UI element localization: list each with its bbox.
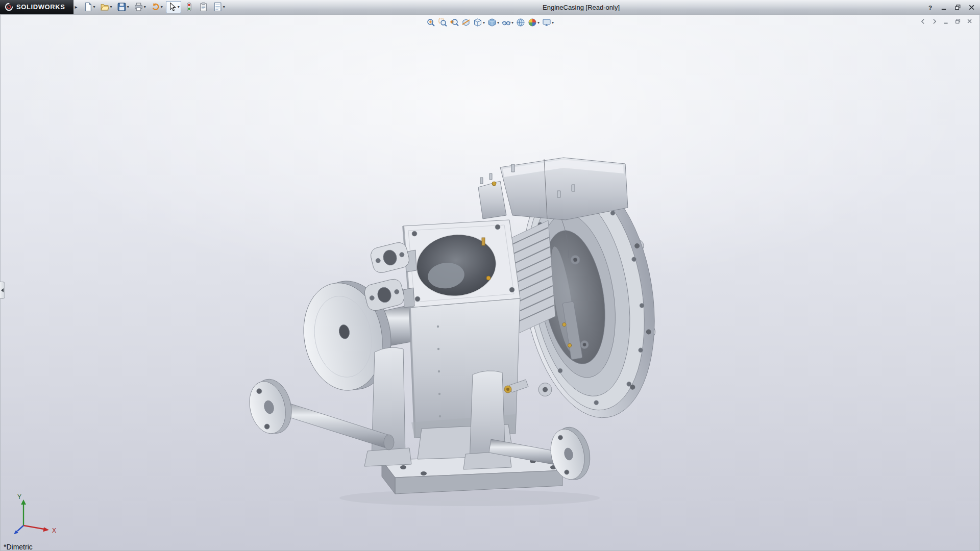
print-icon xyxy=(134,2,143,12)
view-orientation-icon xyxy=(473,18,482,27)
previous-view-button[interactable] xyxy=(449,17,459,28)
window-controls: ? xyxy=(925,0,976,14)
top-cover[interactable] xyxy=(478,158,628,220)
apply-scene-icon xyxy=(516,18,525,27)
help-icon: ? xyxy=(926,4,934,11)
hide-show-items-icon xyxy=(502,18,511,27)
view-orientation-dropdown[interactable]: ▾ xyxy=(483,20,485,25)
options-dropdown[interactable]: ▾ xyxy=(223,5,225,9)
file-properties-icon xyxy=(199,2,208,12)
section-view-icon xyxy=(461,18,471,27)
solidworks-logo: SOLIDWORKS xyxy=(0,0,74,14)
hide-show-items-dropdown[interactable]: ▾ xyxy=(511,20,513,25)
rebuild-icon xyxy=(184,2,194,12)
view-settings-button[interactable]: ▾ xyxy=(542,17,554,28)
display-style-dropdown[interactable]: ▾ xyxy=(497,20,499,25)
doc-minimize-icon xyxy=(943,18,950,25)
graphics-viewport[interactable]: ▾ ▾ ▾ ▾ ▾ xyxy=(0,14,980,551)
select-button[interactable]: ▾ xyxy=(166,1,181,13)
triad-x-label: X xyxy=(52,527,56,534)
edit-appearance-button[interactable]: ▾ xyxy=(527,17,540,28)
document-title: EngineCasing [Read-only] xyxy=(543,3,620,11)
select-icon xyxy=(167,2,177,12)
edit-appearance-dropdown[interactable]: ▾ xyxy=(537,20,540,25)
new-document-icon xyxy=(83,2,93,12)
edit-appearance-icon xyxy=(528,18,537,27)
zoom-to-area-button[interactable] xyxy=(437,17,448,28)
heads-up-view-toolbar: ▾ ▾ ▾ ▾ ▾ xyxy=(426,17,554,28)
view-settings-dropdown[interactable]: ▾ xyxy=(552,20,554,25)
undo-icon xyxy=(151,2,160,12)
collapse-arrow-icon xyxy=(1,288,4,292)
panel-collapse-handle[interactable] xyxy=(0,282,5,299)
apply-scene-button[interactable] xyxy=(516,17,526,28)
engine-casing-model[interactable] xyxy=(0,14,980,551)
zoom-to-area-icon xyxy=(438,18,447,27)
save-button[interactable]: ▾ xyxy=(115,1,131,13)
doc-close-icon xyxy=(966,18,973,25)
undo-button[interactable]: ▾ xyxy=(149,1,164,13)
zoom-to-fit-button[interactable] xyxy=(426,17,436,28)
help-button[interactable]: ? xyxy=(925,3,935,12)
next-document-icon xyxy=(931,18,938,25)
restore-icon xyxy=(954,4,962,11)
print-button[interactable]: ▾ xyxy=(132,1,148,13)
titlebar: SOLIDWORKS ▸ ▾ ▾ ▾ ▾ ▾ xyxy=(0,0,980,14)
minimize-button[interactable] xyxy=(939,3,948,12)
toolbar-expand-arrow[interactable]: ▸ xyxy=(75,4,78,10)
hide-show-items-button[interactable]: ▾ xyxy=(501,17,514,28)
triad-y-label: Y xyxy=(17,494,21,500)
close-icon xyxy=(968,4,975,11)
orientation-triad: Y X xyxy=(7,494,63,543)
section-view-button[interactable] xyxy=(461,17,471,28)
file-properties-button[interactable] xyxy=(197,1,210,13)
left-axle[interactable] xyxy=(244,375,394,450)
previous-view-icon xyxy=(450,18,459,27)
doc-close-button[interactable] xyxy=(966,17,974,26)
options-button[interactable]: ▾ xyxy=(211,1,227,13)
svg-text:?: ? xyxy=(928,4,932,10)
save-icon xyxy=(117,2,127,12)
select-dropdown[interactable]: ▾ xyxy=(178,5,180,9)
next-document-button[interactable] xyxy=(930,17,939,26)
open-button[interactable]: ▾ xyxy=(99,1,114,13)
options-icon xyxy=(213,2,223,12)
zoom-to-fit-icon xyxy=(426,18,435,27)
new-document-button[interactable]: ▾ xyxy=(82,1,97,13)
open-dropdown[interactable]: ▾ xyxy=(110,5,112,9)
app-name: SOLIDWORKS xyxy=(16,3,65,11)
document-window-controls xyxy=(919,17,974,26)
previous-document-button[interactable] xyxy=(919,17,927,26)
view-settings-icon xyxy=(542,18,551,27)
undo-dropdown[interactable]: ▾ xyxy=(161,5,163,9)
doc-minimize-button[interactable] xyxy=(942,17,950,26)
main-toolbar: ▾ ▾ ▾ ▾ ▾ ▾ xyxy=(82,1,227,13)
save-dropdown[interactable]: ▾ xyxy=(127,5,129,9)
close-button[interactable] xyxy=(967,3,976,12)
previous-document-icon xyxy=(919,18,926,25)
view-orientation-label: *Dimetric xyxy=(4,543,33,551)
rebuild-button[interactable] xyxy=(183,1,195,13)
view-orientation-button[interactable]: ▾ xyxy=(473,17,485,28)
new-document-dropdown[interactable]: ▾ xyxy=(93,5,95,9)
restore-button[interactable] xyxy=(953,3,962,12)
display-style-icon xyxy=(487,18,497,27)
display-style-button[interactable]: ▾ xyxy=(487,17,500,28)
doc-restore-button[interactable] xyxy=(954,17,962,26)
minimize-icon xyxy=(940,4,948,11)
solidworks-window: SOLIDWORKS ▸ ▾ ▾ ▾ ▾ ▾ xyxy=(0,0,980,551)
print-dropdown[interactable]: ▾ xyxy=(144,5,146,9)
open-icon xyxy=(100,2,110,12)
doc-restore-icon xyxy=(954,18,962,25)
dassault-systemes-logo-icon xyxy=(5,3,13,11)
